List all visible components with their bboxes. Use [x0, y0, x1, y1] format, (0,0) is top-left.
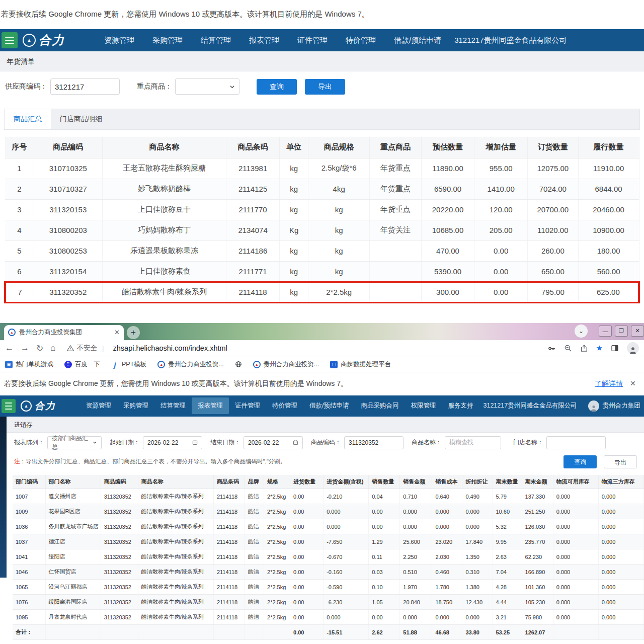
tab-search-chevron-icon[interactable]: ⌄ [575, 325, 588, 338]
user-box[interactable]: 贵州合力集团 [588, 400, 640, 412]
nav-item[interactable]: 借款/预结申请 [303, 397, 355, 414]
nav-item[interactable]: 证件管理 [229, 397, 266, 414]
table-row[interactable]: 1007遵义播州店311320352皓洁散称素牛肉/辣条系列2114118皓洁2… [13, 489, 644, 504]
cell-la: 0.000 [553, 565, 598, 580]
cell-eq: 7.04 [493, 565, 522, 580]
hamburger-menu-icon[interactable] [2, 399, 16, 413]
nav-item[interactable]: 采购管理 [117, 397, 154, 414]
bookmark-item[interactable] [235, 361, 242, 368]
profile-avatar-icon[interactable] [627, 342, 639, 354]
nav-item[interactable]: 借款/预结申请 [385, 31, 450, 50]
browser-tab[interactable]: ▲ 贵州合力商业投资集团 ✕ [4, 325, 124, 340]
table-row[interactable]: 1036务川麒龙城市广场店311320352皓洁散称素牛肉/辣条系列211411… [13, 519, 644, 534]
table-row[interactable]: 1037德江店311320352皓洁散称素牛肉/辣条系列2114118皓洁2*2… [13, 534, 644, 549]
report-type-select[interactable]: 按部门商品汇总 [47, 436, 102, 449]
cell-sa: 0.000 [400, 519, 432, 534]
nav-item[interactable]: 资源管理 [80, 397, 117, 414]
cell-inq: 0.00 [290, 595, 324, 610]
cell-sc: 46.68 [432, 625, 462, 640]
window-restore-button[interactable]: ❐ [615, 326, 628, 337]
tab-close-icon[interactable]: ✕ [114, 329, 120, 336]
tab-store-detail[interactable]: 门店商品明细 [51, 109, 111, 129]
key-product-select[interactable] [175, 78, 239, 95]
column-header: 商品条码 [226, 137, 280, 158]
export-button[interactable]: 导出 [604, 455, 637, 468]
table-row[interactable]: 3311320153上口佳散称豆干2111770kgkg年货重点20220.00… [5, 199, 639, 220]
home-icon[interactable]: ⌂ [50, 343, 55, 353]
back-icon[interactable]: ← [5, 343, 14, 353]
learn-more-link[interactable]: 了解详情 [595, 379, 623, 388]
password-key-icon[interactable] [547, 344, 556, 353]
security-chip[interactable]: 不安全 | [67, 344, 106, 353]
banner-close-icon[interactable]: ✕ [630, 379, 639, 387]
window-close-button[interactable]: ✕ [631, 326, 644, 337]
cell-order: 7024.00 [528, 179, 579, 199]
nav-item[interactable]: 结算管理 [192, 31, 240, 50]
cell-sa: 0.510 [400, 565, 432, 580]
url-text[interactable]: zhsapi.helichaoshi.com/index.xhtml [113, 344, 540, 352]
nav-item[interactable]: 报表管理 [240, 31, 288, 50]
bookmark-item[interactable]: ▣热门单机游戏 [5, 360, 53, 369]
supplier-code-input[interactable]: 3121217 [50, 78, 120, 95]
product-name-input[interactable]: 模糊查找 [445, 436, 501, 449]
table-row[interactable]: 7311320352皓洁散称素牛肉/辣条系列2114118kg2*2.5kg30… [5, 282, 639, 302]
cell-key [370, 282, 422, 302]
store-name-input[interactable] [546, 436, 606, 449]
bookmark-item[interactable]: ▲贵州合力商业投资... [253, 360, 319, 369]
forward-icon[interactable]: → [21, 343, 29, 353]
hamburger-menu-icon[interactable] [2, 32, 18, 48]
url-action-icons: ★ [547, 342, 639, 354]
query-button[interactable]: 查询 [564, 455, 597, 468]
table-row[interactable]: 5310800253乐逍遥果板散称果冻2114186kgkg470.000.00… [5, 240, 639, 261]
cell-add: 205.00 [474, 220, 528, 240]
table-row[interactable]: 1009花果园R区店311320352皓洁散称素牛肉/辣条系列2114118皓洁… [13, 504, 644, 519]
cell-code: 311320352 [101, 489, 138, 504]
nav-item[interactable]: 特价管理 [337, 31, 385, 50]
table-row[interactable]: 1095丹寨龙泉时代店311320352皓洁散称素牛肉/辣条系列2114118皓… [13, 610, 644, 625]
nav-item[interactable]: 权限管理 [405, 397, 442, 414]
nav-item[interactable]: 采购管理 [143, 31, 192, 50]
table-row[interactable]: 1041绥阳店311320352皓洁散称素牛肉/辣条系列2114118皓洁2*2… [13, 549, 644, 565]
share-icon[interactable] [580, 344, 588, 352]
zoom-out-icon[interactable] [564, 344, 572, 352]
nav-item[interactable]: 服务支持 [442, 397, 479, 414]
tab-product-summary[interactable]: 商品汇总 [5, 109, 51, 129]
side-panel-icon[interactable] [611, 344, 619, 352]
table-row[interactable]: 1065沿河乌江丽都店311320352皓洁散称素牛肉/辣条系列2114118皓… [13, 580, 644, 595]
cell-sq: 0.10 [369, 580, 400, 595]
nav-item[interactable]: 报表管理 [192, 397, 229, 414]
bookmark-star-icon[interactable]: ★ [596, 344, 603, 353]
table-row[interactable]: 1310710325王老五散称花生酥狗屎糖2113981kg2.5kg/袋*6年… [5, 158, 639, 179]
bookmark-item[interactable]: ▢商超数据处理平台 [330, 360, 391, 369]
cell-barcode: 2114118 [213, 504, 245, 519]
cell-l3 [598, 625, 643, 640]
cell-name: 王老五散称花生酥狗屎糖 [102, 158, 226, 179]
table-row[interactable]: 1076绥阳鑫港国际店311320352皓洁散称素牛肉/辣条系列2114118皓… [13, 595, 644, 610]
table-row[interactable]: 2310710327妙飞散称奶酪棒2114125kg4kg年货重点6590.00… [5, 179, 639, 199]
bookmark-item[interactable]: ▲贵州合力商业投资... [157, 360, 223, 369]
cell-ea: 166.890 [522, 565, 553, 580]
export-button[interactable]: 导出 [305, 79, 345, 95]
start-date-input[interactable]: 2026-02-22 [143, 436, 202, 449]
table-row[interactable]: 4310800203巧妈妈散称布丁2134074Kgkg年货关注10685.00… [5, 220, 639, 240]
cell-ea: 62.230 [522, 549, 553, 565]
end-date-input[interactable]: 2026-02-22 [244, 436, 303, 449]
window-minimize-button[interactable]: — [599, 326, 612, 337]
nav-item[interactable]: 资源管理 [95, 31, 143, 50]
table-row[interactable]: 6311320154上口佳散称素食2111771kgkg5390.000.006… [5, 261, 639, 282]
nav-item[interactable]: 结算管理 [154, 397, 192, 414]
bookmark-item[interactable]: jPPT模板 [111, 360, 146, 369]
nav-item[interactable]: 特价管理 [266, 397, 303, 414]
cell-code: 311320352 [101, 504, 138, 519]
table-row[interactable]: 1046仁怀国贸店311320352皓洁散称素牛肉/辣条系列2114118皓洁2… [13, 565, 644, 580]
cell-spec: 2*2.5kg [264, 504, 290, 519]
new-tab-button[interactable]: + [127, 326, 140, 339]
cell-order: 11020.00 [528, 220, 579, 240]
query-button[interactable]: 查询 [257, 79, 297, 95]
product-code-input[interactable]: 311320352 [344, 436, 404, 449]
bookmark-item[interactable]: ⠿百度一下 [64, 360, 100, 369]
table-row[interactable]: 合计：0.00-15.512.6251.8846.6833.8053.25126… [13, 625, 644, 640]
nav-item[interactable]: 证件管理 [288, 31, 337, 50]
reload-icon[interactable]: ↻ [36, 343, 43, 354]
nav-item[interactable]: 商品采购合同 [355, 397, 405, 414]
